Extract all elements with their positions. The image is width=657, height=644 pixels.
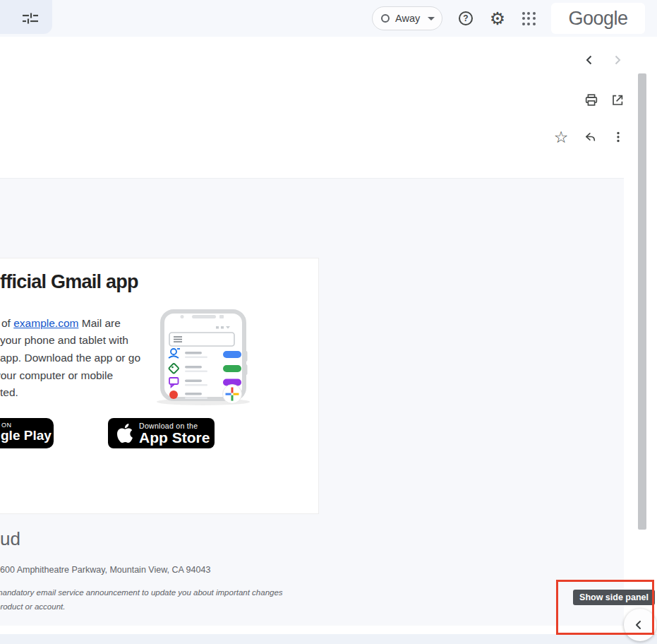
reply-icon (581, 129, 597, 145)
print-button[interactable] (581, 90, 601, 110)
email-paragraph-line: your computer or mobile (0, 369, 113, 382)
phone-illustration (152, 309, 251, 407)
chevron-down-icon (428, 17, 435, 20)
scrollbar-thumb[interactable] (638, 73, 646, 530)
star-icon: ☆ (554, 129, 569, 145)
avatar-dot (169, 390, 178, 399)
star-button[interactable]: ☆ (551, 127, 571, 147)
google-play-badge[interactable]: ON gle Play (0, 418, 54, 448)
status-label: Away (395, 13, 420, 24)
appstore-badge-large-text: App Store (139, 430, 210, 446)
help-button[interactable]: ? (456, 8, 476, 28)
footer-address: 600 Amphitheatre Parkway, Mountain View,… (0, 565, 210, 575)
open-in-new-icon (610, 93, 625, 108)
open-in-new-window-button[interactable] (608, 90, 627, 110)
search-options-button[interactable] (0, 0, 52, 34)
apps-button[interactable] (519, 8, 538, 28)
appstore-badge-small-text: Download on the (139, 422, 210, 430)
footer-fine-print: product or account. (0, 602, 65, 611)
away-presence-icon (381, 14, 390, 23)
settings-button[interactable]: ⚙ (488, 8, 507, 28)
newer-message-button[interactable] (579, 50, 599, 70)
print-icon (584, 93, 599, 108)
chevron-right-icon (611, 54, 624, 66)
email-paragraph-line: ted. (0, 386, 18, 399)
more-options-button[interactable] (608, 127, 628, 147)
google-logo-box: Google (551, 3, 645, 34)
svg-text:?: ? (463, 13, 468, 23)
annotation-rectangle (556, 580, 654, 635)
example-link[interactable]: example.com (13, 317, 78, 329)
line1-suffix: Mail are (78, 317, 120, 329)
footer-fine-print: mandatory email service announcement to … (0, 588, 283, 597)
apple-icon (117, 424, 133, 443)
email-paragraph-line: app. Download the app or go (0, 352, 140, 364)
app-store-badge[interactable]: Download on the App Store (108, 418, 215, 448)
chevron-left-icon (583, 54, 596, 66)
more-vert-icon (610, 129, 626, 145)
line1-prefix: of (1, 317, 13, 329)
google-logo: Google (568, 8, 627, 30)
apps-grid-icon (522, 12, 536, 25)
status-chip[interactable]: Away (372, 6, 442, 30)
help-icon: ? (457, 10, 474, 27)
reply-button[interactable] (579, 127, 599, 147)
email-paragraph-line: your phone and tablet with (0, 334, 128, 347)
play-badge-large-text: gle Play (1, 428, 52, 443)
footer-brand-fragment: ud (0, 528, 20, 550)
compose-fab-icon (223, 385, 242, 404)
gear-icon: ⚙ (490, 10, 505, 28)
older-message-button[interactable] (608, 50, 627, 70)
page-bottom-strip (0, 634, 657, 644)
tune-icon (21, 10, 40, 27)
email-paragraph-line: of example.com Mail are (1, 317, 121, 330)
email-heading: fficial Gmail app (0, 271, 138, 293)
top-bar: Away ? ⚙ Google (0, 0, 657, 37)
